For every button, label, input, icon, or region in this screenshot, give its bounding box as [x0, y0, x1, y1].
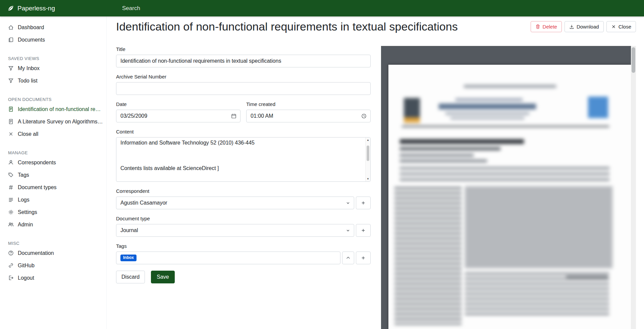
- document-type-selected-value: Journal: [120, 227, 138, 233]
- correspondent-select[interactable]: Agustin Casamayor: [116, 197, 354, 209]
- file-text-icon: [8, 119, 14, 124]
- add-correspondent-button[interactable]: [356, 197, 371, 209]
- add-document-type-button[interactable]: [356, 224, 371, 237]
- pdf-scrollbar-thumb[interactable]: [632, 47, 635, 73]
- plus-icon: [361, 201, 366, 205]
- sidebar-item-close-all[interactable]: Close all: [0, 128, 106, 140]
- sidebar-item-dashboard[interactable]: Dashboard: [0, 21, 106, 34]
- hash-icon: [8, 184, 14, 190]
- chevron-up-icon: [346, 256, 351, 260]
- scrollbar-down-icon[interactable]: ▼: [367, 177, 369, 180]
- title-label: Title: [116, 46, 371, 52]
- delete-button[interactable]: Delete: [531, 21, 562, 32]
- close-button-label: Close: [619, 24, 631, 30]
- sidebar-section-saved-views: SAVED VIEWS: [0, 54, 106, 62]
- sidebar-item-my-inbox[interactable]: My Inbox: [0, 62, 106, 74]
- sidebar-item-label: Todo list: [18, 77, 38, 84]
- chevron-down-icon: [346, 229, 350, 232]
- date-input[interactable]: [116, 110, 240, 122]
- list-icon: [8, 197, 14, 203]
- tags-input[interactable]: Inbox: [116, 252, 340, 264]
- add-tag-button[interactable]: [356, 252, 371, 264]
- archive-serial-number-label: Archive Serial Number: [116, 74, 371, 79]
- question-icon: [8, 250, 14, 256]
- download-button-label: Download: [577, 24, 599, 30]
- trash-icon: [535, 24, 540, 29]
- discard-button[interactable]: Discard: [116, 271, 145, 283]
- correspondent-label: Correspondent: [116, 188, 371, 194]
- sidebar-item-label: Dashboard: [18, 24, 44, 31]
- top-navbar: Paperless-ng: [0, 0, 644, 16]
- blurred-text-line: [566, 276, 608, 278]
- sidebar-item-label: Correspondents: [18, 159, 56, 166]
- sidebar-item-document-types[interactable]: Document types: [0, 181, 106, 194]
- time-created-label: Time created: [246, 101, 371, 107]
- discard-button-label: Discard: [121, 274, 140, 280]
- sidebar-item-correspondents[interactable]: Correspondents: [0, 156, 106, 169]
- funnel-icon: [8, 78, 14, 84]
- calendar-icon[interactable]: [231, 113, 236, 119]
- sidebar-item-open-document-2[interactable]: A Literature Survey on Algorithms for Mu…: [0, 115, 106, 128]
- blurred-text-line: [445, 112, 529, 115]
- sidebar-section-manage: MANAGE: [0, 148, 106, 156]
- sidebar-item-todo-list[interactable]: Todo list: [0, 74, 106, 87]
- sidebar-item-logs[interactable]: Logs: [0, 194, 106, 206]
- document-type-label: Document type: [116, 216, 371, 221]
- blurred-abstract-lines: [400, 167, 609, 181]
- blurred-left-column: [394, 187, 462, 325]
- tags-dropdown-toggle-button[interactable]: [342, 252, 354, 264]
- blurred-article-title: [400, 139, 524, 144]
- sidebar-item-admin[interactable]: Admin: [0, 218, 106, 231]
- download-button[interactable]: Download: [565, 21, 604, 32]
- save-button[interactable]: Save: [151, 271, 174, 283]
- app-brand[interactable]: Paperless-ng: [0, 5, 107, 12]
- sidebar-item-logout[interactable]: Logout: [0, 272, 106, 284]
- archive-serial-number-input[interactable]: [116, 82, 371, 95]
- plus-icon: [361, 256, 366, 260]
- sidebar-item-documentation[interactable]: Documentation: [0, 247, 106, 259]
- sidebar-item-tags[interactable]: Tags: [0, 169, 106, 181]
- delete-button-label: Delete: [543, 24, 557, 30]
- sidebar-item-label: Documentation: [18, 250, 54, 257]
- sidebar-item-open-document-1[interactable]: Identification of non-functional require…: [0, 103, 106, 115]
- tag-icon: [8, 172, 14, 178]
- content-scrollbar-thumb[interactable]: [367, 146, 369, 161]
- sidebar: Dashboard Documents SAVED VIEWS My Inbox…: [0, 16, 107, 329]
- pdf-scrollbar[interactable]: [631, 46, 636, 329]
- funnel-icon: [8, 65, 14, 71]
- sidebar-item-label: Logout: [18, 274, 34, 281]
- blurred-journal-cover: [404, 98, 420, 117]
- document-type-select[interactable]: Journal: [116, 224, 354, 237]
- close-icon: [611, 24, 616, 29]
- sidebar-item-label: Documents: [18, 36, 45, 43]
- clock-icon[interactable]: [361, 113, 367, 119]
- header-actions: Delete Download Close: [531, 21, 636, 32]
- sidebar-item-label: My Inbox: [18, 65, 40, 72]
- person-icon: [8, 160, 14, 165]
- blurred-text-line: [450, 117, 524, 119]
- pdf-page: [388, 65, 631, 329]
- blurred-document-content: [388, 65, 631, 329]
- tags-label: Tags: [116, 243, 371, 249]
- content-textarea[interactable]: Information and Software Technology 52 (…: [116, 137, 371, 182]
- search-input[interactable]: [121, 5, 423, 12]
- sidebar-item-settings[interactable]: Settings: [0, 206, 106, 218]
- sidebar-item-documents[interactable]: Documents: [0, 34, 106, 46]
- blurred-text-lines: [465, 273, 609, 316]
- sidebar-item-github[interactable]: GitHub: [0, 259, 106, 272]
- house-icon: [8, 24, 14, 30]
- close-button[interactable]: Close: [606, 21, 636, 32]
- sidebar-item-label: Close all: [18, 130, 38, 138]
- title-input[interactable]: [116, 55, 371, 67]
- page-title: Identification of non-functional require…: [116, 19, 458, 34]
- content-label: Content: [116, 129, 371, 134]
- blurred-accent-block: [404, 117, 420, 123]
- blurred-text-line: [464, 85, 556, 88]
- gear-icon: [8, 209, 14, 215]
- scrollbar-up-icon[interactable]: ▲: [367, 139, 369, 142]
- content-scrollbar[interactable]: ▲ ▼: [365, 138, 370, 181]
- leaf-logo-icon: [7, 5, 14, 12]
- document-header: Identification of non-functional require…: [116, 19, 636, 34]
- time-created-input[interactable]: [246, 110, 371, 122]
- date-label: Date: [116, 101, 240, 107]
